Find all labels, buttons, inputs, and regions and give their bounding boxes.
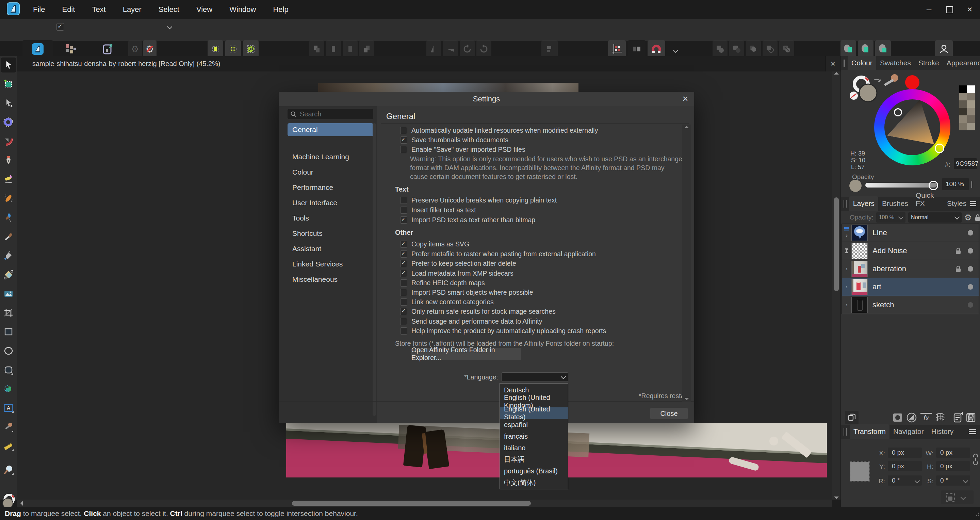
transparency-tool[interactable] bbox=[1, 267, 16, 282]
layer-visibility-toggle[interactable] bbox=[968, 230, 973, 235]
layer-expand-chevron-icon[interactable]: › bbox=[842, 227, 851, 239]
tab-navigator[interactable]: Navigator bbox=[889, 425, 928, 439]
language-option-portugues[interactable]: português (Brasil) bbox=[500, 465, 568, 477]
open-fonts-folder-button[interactable]: Open Affinity Fonts Folder in Explorer..… bbox=[411, 348, 521, 360]
layer-row-art[interactable]: › art bbox=[842, 278, 979, 296]
tab-layers[interactable]: Layers bbox=[850, 196, 878, 211]
checkbox-checked[interactable] bbox=[400, 250, 407, 258]
tab-swatches[interactable]: Swatches bbox=[876, 56, 915, 70]
y-input[interactable]: 0 px bbox=[888, 461, 922, 471]
checkbox-checked[interactable] bbox=[400, 241, 407, 248]
horizontal-scrollbar[interactable] bbox=[17, 499, 832, 507]
sidebar-item-general[interactable]: General bbox=[288, 123, 373, 136]
tab-brushes[interactable]: Brushes bbox=[878, 196, 912, 211]
rectangle-tool[interactable] bbox=[1, 324, 16, 339]
search-input[interactable] bbox=[299, 110, 362, 118]
blend-mode-dropdown[interactable]: Normal bbox=[908, 212, 962, 223]
sidebar-item-user-interface[interactable]: User Interface bbox=[288, 196, 373, 209]
h-input[interactable]: 0 px bbox=[936, 461, 970, 471]
panel-collapse-icon[interactable] bbox=[843, 60, 845, 67]
layer-visibility-toggle[interactable] bbox=[968, 302, 973, 308]
point-transform-tool[interactable] bbox=[1, 114, 16, 130]
layer-visibility-toggle[interactable] bbox=[968, 248, 973, 254]
sidebar-item-colour[interactable]: Colour bbox=[288, 166, 373, 179]
adjustment-layer-icon[interactable] bbox=[906, 412, 917, 425]
shape-tool[interactable] bbox=[1, 382, 16, 396]
trash-icon[interactable] bbox=[966, 412, 975, 425]
tab-quick-fx[interactable]: Quick FX bbox=[912, 188, 943, 211]
settings-row[interactable]: Help improve the product by automaticall… bbox=[400, 326, 606, 335]
artboard-tool[interactable] bbox=[1, 76, 16, 92]
fill-tool[interactable] bbox=[1, 248, 16, 263]
layer-thumbnail[interactable] bbox=[851, 224, 868, 241]
snapping-toggle-icon[interactable] bbox=[628, 40, 646, 58]
opacity-dropdown-chevron-icon[interactable] bbox=[967, 181, 972, 188]
panel-collapse-icon[interactable] bbox=[843, 200, 846, 208]
rounded-rectangle-tool[interactable] bbox=[1, 363, 16, 377]
vertical-scroll-thumb[interactable] bbox=[834, 197, 839, 291]
settings-search[interactable] bbox=[288, 109, 373, 119]
layer-name[interactable]: sketch bbox=[872, 301, 968, 309]
document-tab[interactable]: sample-shihatsu-densha-by-robert-herzig … bbox=[17, 56, 826, 72]
scroll-down-icon[interactable] bbox=[684, 398, 689, 400]
tab-colour[interactable]: Colour bbox=[848, 56, 876, 70]
layer-lock-icon[interactable] bbox=[974, 213, 980, 221]
menu-help[interactable]: Help bbox=[264, 5, 297, 14]
settings-row[interactable]: Prefer to keep selection after delete bbox=[400, 259, 516, 268]
layer-row-line[interactable]: › LIne bbox=[842, 224, 979, 242]
menu-window[interactable]: Window bbox=[221, 5, 264, 14]
auto-select-checkbox[interactable] bbox=[56, 23, 64, 31]
settings-row[interactable]: Enable "Save" over imported PSD files bbox=[400, 145, 525, 154]
pen-tool[interactable] bbox=[1, 153, 16, 168]
sidebar-item-linked-services[interactable]: Linked Services bbox=[288, 258, 373, 270]
language-option-francais[interactable]: français bbox=[500, 431, 568, 442]
dialog-close-icon[interactable]: ✕ bbox=[679, 93, 692, 105]
scroll-up-icon[interactable] bbox=[684, 126, 689, 128]
panel-menu-icon[interactable] bbox=[970, 200, 976, 207]
menu-text[interactable]: Text bbox=[83, 5, 114, 14]
settings-row[interactable]: Send usage and performance data to Affin… bbox=[400, 317, 542, 326]
settings-row[interactable]: Import PSD text as text rather than bitm… bbox=[400, 215, 535, 224]
insert-inside-icon[interactable] bbox=[858, 40, 873, 58]
layer-visibility-toggle[interactable] bbox=[968, 284, 973, 289]
recent-swatches[interactable] bbox=[959, 86, 975, 130]
colour-picker-row[interactable] bbox=[881, 74, 922, 91]
snap-pixel-grid-icon[interactable] bbox=[225, 40, 241, 58]
menu-edit[interactable]: Edit bbox=[53, 5, 83, 14]
shear-input[interactable]: 0 ° bbox=[936, 475, 970, 486]
checkbox-checked[interactable] bbox=[400, 216, 407, 224]
layer-expand-chevron-icon[interactable]: › bbox=[842, 302, 851, 309]
vector-crop-tool[interactable] bbox=[1, 305, 16, 320]
layer-row-sketch[interactable]: › sketch bbox=[842, 296, 979, 314]
lock-icon[interactable] bbox=[955, 265, 962, 273]
x-input[interactable]: 0 px bbox=[888, 447, 922, 458]
layer-thumbnail[interactable] bbox=[851, 243, 868, 259]
checkbox-unchecked[interactable] bbox=[400, 328, 407, 334]
scroll-left-icon[interactable] bbox=[21, 501, 23, 506]
tab-transform[interactable]: Transform bbox=[850, 425, 889, 439]
dialog-close-button[interactable]: Close bbox=[650, 408, 688, 419]
settings-row[interactable]: Copy items as SVG bbox=[400, 240, 469, 248]
measure-tool[interactable] bbox=[1, 439, 16, 454]
sidebar-item-machine-learning[interactable]: Machine Learning bbox=[288, 150, 373, 163]
layer-name[interactable]: art bbox=[872, 283, 968, 291]
designer-persona-icon[interactable] bbox=[22, 40, 53, 58]
account-icon[interactable] bbox=[935, 40, 953, 58]
checkbox-unchecked[interactable] bbox=[400, 127, 407, 134]
settings-row[interactable]: Automatically update linked resources wh… bbox=[400, 126, 598, 135]
menu-view[interactable]: View bbox=[188, 5, 221, 14]
scroll-up-icon[interactable] bbox=[834, 72, 839, 75]
opacity-slider[interactable] bbox=[865, 183, 937, 188]
sidebar-item-assistant[interactable]: Assistant bbox=[288, 242, 373, 255]
knife-tool[interactable] bbox=[1, 229, 16, 244]
place-image-tool[interactable] bbox=[1, 286, 16, 301]
opacity-value-field[interactable]: 100 % bbox=[942, 178, 969, 190]
pencil-tool[interactable] bbox=[1, 172, 16, 187]
vertical-scrollbar[interactable] bbox=[832, 72, 840, 499]
sidebar-scrollbar[interactable] bbox=[372, 123, 376, 416]
hex-input[interactable]: 9C9587 bbox=[954, 158, 977, 169]
pixel-persona-icon[interactable] bbox=[61, 40, 80, 58]
node-tool[interactable] bbox=[1, 95, 16, 111]
layer-name[interactable]: LIne bbox=[872, 228, 968, 237]
layers-opacity-dropdown[interactable]: 100 % bbox=[876, 212, 905, 223]
